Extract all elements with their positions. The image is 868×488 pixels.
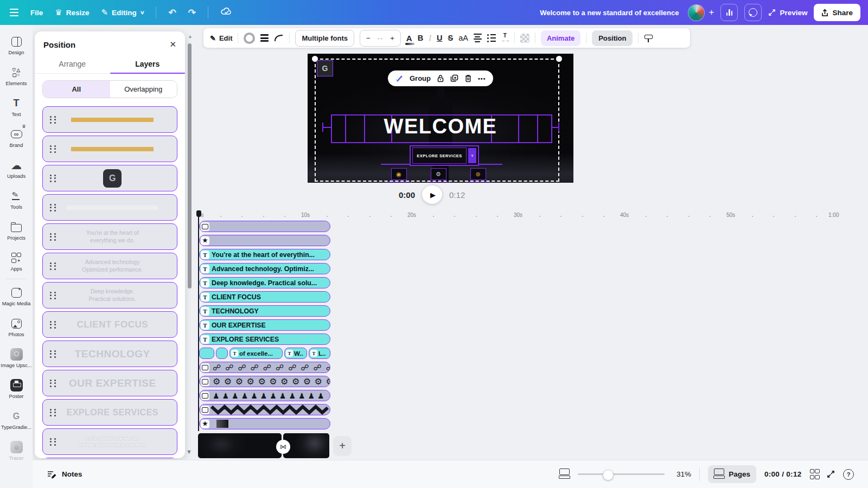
drag-handle-icon[interactable] [50,350,56,358]
layer-row-title[interactable]: EXPLORE SERVICES [42,399,177,426]
font-size-value[interactable]: -- [378,34,384,42]
layer-row-text[interactable]: You're at the heart of everything we do. [42,223,177,250]
sidebar-item-poster[interactable]: Poster [0,374,33,404]
timeline-track-shape[interactable]: ★ [199,235,330,246]
zoom-slider-thumb[interactable] [603,470,614,480]
timeline-track-text[interactable]: TTECHNOLOGY [199,305,330,317]
line-weight-icon[interactable] [260,34,269,42]
tab-arrange[interactable]: Arrange [35,55,110,73]
playhead-line[interactable] [198,216,199,431]
transparency-button[interactable] [520,34,529,43]
resize-menu[interactable]: ♛Resize [55,8,89,17]
sidebar-item-tracer[interactable]: ☺Tracer [0,435,33,466]
layer-row-text[interactable]: Deep knowledge. Practical solutions. [42,282,177,309]
design-canvas[interactable]: G WELCOME EXPLORE SERVICES ∨ ◉OUR EXPERT… [308,54,573,183]
feature-card[interactable]: ⚙TECHNOLOGY [426,168,450,183]
hamburger-menu-icon[interactable] [10,9,18,16]
timeline-track-text[interactable]: TAdvanced technology. Optimiz... [199,263,330,274]
sidebar-item-uploads[interactable]: ☁↑Uploads [0,153,33,184]
timeline-track-text[interactable]: TCLIENT FOCUS [199,291,330,303]
drag-handle-icon[interactable] [50,233,56,241]
close-icon[interactable]: ✕ [169,40,176,49]
timeline-track-zigzag[interactable] [199,404,330,415]
edit-button[interactable]: ✎Edit [210,34,232,42]
scroll-up-icon[interactable]: ▲ [188,34,193,39]
text-color-button[interactable]: A [406,34,412,43]
play-button[interactable]: ▶ [422,185,442,204]
copy-style-icon[interactable] [644,34,653,43]
timeline-clip[interactable]: TL.. [309,348,330,359]
document-title[interactable]: Welcome to a new standard of excellence [540,9,679,17]
drag-handle-icon[interactable] [50,409,56,416]
duplicate-icon[interactable] [450,74,458,82]
font-family-select[interactable]: Multiple fonts [295,30,354,47]
panel-scrollbar[interactable] [188,43,192,288]
avatar[interactable] [688,5,704,21]
feature-card[interactable]: ⊛CLIENT FOCUS [466,168,490,183]
transition-button[interactable]: ⋈ [276,440,290,454]
line-color-icon[interactable] [244,33,255,44]
alignment-button[interactable] [474,34,482,42]
zoom-slider[interactable] [578,473,665,475]
drag-handle-icon[interactable] [50,292,56,299]
layer-row-line[interactable] [42,106,177,133]
pages-button[interactable]: Pages [708,465,756,483]
feature-card[interactable]: ◉OUR EXPERTISE [387,168,411,183]
selection-handle[interactable] [556,56,562,62]
timeline-track-text[interactable]: TYou're at the heart of everythin... [199,249,330,260]
drag-handle-icon[interactable] [50,438,56,446]
timeline-track-image[interactable] [199,221,330,232]
drag-handle-icon[interactable] [50,262,56,270]
zoom-level[interactable]: 31% [673,470,691,478]
insights-button[interactable] [720,4,738,21]
timeline-clip[interactable]: TW.. [284,348,307,359]
layer-row-line[interactable] [42,136,177,162]
cta-button[interactable]: EXPLORE SERVICES ∨ [410,145,479,166]
undo-button[interactable]: ↶ [168,7,176,18]
timeline-track-shape-gradient[interactable]: ★ [199,418,330,429]
group-button[interactable]: Group [410,74,431,82]
add-page-button[interactable]: + [333,436,352,456]
page-thumbnail-1[interactable] [198,433,282,458]
font-size-increase[interactable]: + [390,34,394,42]
scroll-down-icon[interactable]: ▼ [186,448,192,455]
layer-row-logo[interactable]: G [42,165,177,191]
sidebar-item-tools[interactable]: ✎Tools [0,184,33,215]
filter-all[interactable]: All [43,81,110,98]
tab-layers[interactable]: Layers [110,55,186,73]
layer-row-smalltext[interactable]: We don't just offer services - we delive… [42,458,177,458]
editing-mode-menu[interactable]: ✎Editing∨ [101,8,144,17]
drag-handle-icon[interactable] [50,145,56,153]
timeline-clip[interactable]: Tof excelle... [229,348,283,359]
drag-handle-icon[interactable] [50,380,56,387]
sidebar-item-apps[interactable]: +Apps [0,246,33,277]
delete-icon[interactable] [464,74,472,82]
sidebar-item-projects[interactable]: Projects [0,215,33,246]
sidebar-item-design[interactable]: Design [0,30,33,61]
strikethrough-button[interactable]: S [448,34,453,42]
comments-button[interactable] [744,4,762,21]
headline-text[interactable]: WELCOME [308,115,573,138]
drag-handle-icon[interactable] [50,116,56,124]
curve-icon[interactable] [274,34,284,42]
spacing-button[interactable]: T←→ [501,33,509,43]
timeline-track-text[interactable]: TOUR EXPERTISE [199,319,330,331]
drag-handle-icon[interactable] [50,321,56,329]
magic-edit-icon[interactable] [395,74,404,83]
notes-button[interactable]: Notes [47,470,82,479]
file-menu[interactable]: File [30,9,43,17]
timeline-clip[interactable] [216,348,228,359]
layer-row-title[interactable]: TECHNOLOGY [42,341,177,367]
sidebar-item-elements[interactable]: ♡△ ▢○Elements [0,61,33,92]
list-button[interactable] [487,34,496,42]
font-size-decrease[interactable]: − [366,34,371,42]
underline-button[interactable]: U [437,34,442,42]
timeline-view-button[interactable] [559,468,570,480]
timeline-track-pattern[interactable]: ♟♟♟♟♟♟♟♟♟♟♟♟ [199,390,330,401]
layer-row-smalltext[interactable]: Let's explore how we can elevate your bu… [42,428,177,455]
fullscreen-icon[interactable] [827,470,835,478]
layer-row-title[interactable]: CLIENT FOCUS [42,311,177,338]
add-member-button[interactable]: + [709,7,714,18]
position-button[interactable]: Position [592,30,633,46]
sidebar-item-image-upscaler[interactable]: Image Upsc... [0,343,33,374]
